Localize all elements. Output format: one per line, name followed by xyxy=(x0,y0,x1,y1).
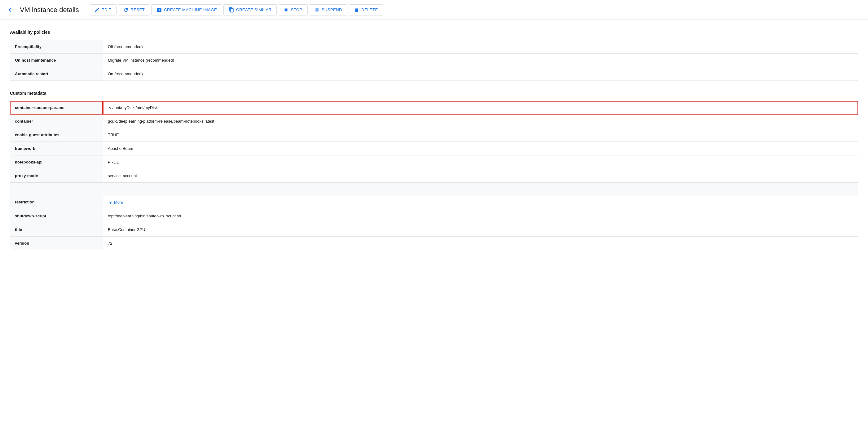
row-value: service_account xyxy=(103,169,858,183)
row-value: Base.Container.GPU xyxy=(103,223,858,237)
create-machine-image-button[interactable]: CREATE MACHINE IMAGE xyxy=(151,4,222,15)
table-row: version 72 xyxy=(10,237,858,250)
table-row-highlighted: container-custom-params -v /mnt/myDisk:/… xyxy=(10,101,858,114)
delete-button[interactable]: DELETE xyxy=(349,4,383,15)
row-key: framework xyxy=(10,142,103,156)
row-key: version xyxy=(10,237,103,250)
row-key: container-custom-params xyxy=(10,101,103,114)
availability-policies-table: Preemptibility Off (recommended) On host… xyxy=(10,40,858,81)
content-area: Availability policies Preemptibility Off… xyxy=(0,20,868,258)
table-row: container gcr.io/deeplearning-platform-r… xyxy=(10,114,858,128)
row-value: /opt/deeplearning/bin/shutdown_script.sh xyxy=(103,209,858,223)
row-value: On (recommended) xyxy=(103,67,858,81)
row-key: Automatic restart xyxy=(10,67,103,81)
stop-button[interactable]: STOP xyxy=(278,4,307,15)
row-key: shutdown-script xyxy=(10,209,103,223)
table-row: framework Apache Beam xyxy=(10,142,858,156)
reset-button[interactable]: RESET xyxy=(118,4,150,15)
spacer-row xyxy=(10,183,858,195)
table-row: notebooks-api PROD xyxy=(10,156,858,169)
row-key: restriction xyxy=(10,195,103,209)
row-value: More xyxy=(103,195,858,209)
table-row: On host maintenance Migrate VM instance … xyxy=(10,54,858,67)
row-key: proxy-mode xyxy=(10,169,103,183)
row-value: PROD xyxy=(103,156,858,169)
row-value: TRUE xyxy=(103,128,858,142)
row-key: Preemptibility xyxy=(10,40,103,54)
row-key: On host maintenance xyxy=(10,54,103,67)
page-title: VM instance details xyxy=(20,6,79,14)
table-row: proxy-mode service_account xyxy=(10,169,858,183)
more-link[interactable]: More xyxy=(108,200,853,205)
row-value: Off (recommended) xyxy=(103,40,858,54)
table-row: title Base.Container.GPU xyxy=(10,223,858,237)
availability-policies-title: Availability policies xyxy=(10,27,858,37)
row-key: title xyxy=(10,223,103,237)
row-value: Migrate VM instance (recommended) xyxy=(103,54,858,67)
toolbar: VM instance details EDIT RESET CREATE MA… xyxy=(0,0,868,20)
table-row-restriction: restriction More xyxy=(10,195,858,209)
table-row: enable-guest-attributes TRUE xyxy=(10,128,858,142)
row-value: Apache Beam xyxy=(103,142,858,156)
row-key: notebooks-api xyxy=(10,156,103,169)
row-value: gcr.io/deeplearning-platform-release/bea… xyxy=(103,114,858,128)
table-row: Automatic restart On (recommended) xyxy=(10,67,858,81)
row-key: container xyxy=(10,114,103,128)
custom-metadata-table: container-custom-params -v /mnt/myDisk:/… xyxy=(10,101,858,250)
row-key: enable-guest-attributes xyxy=(10,128,103,142)
back-button[interactable] xyxy=(7,6,15,13)
create-similar-button[interactable]: CREATE SIMILAR xyxy=(223,4,277,15)
row-value: -v /mnt/myDisk:/mnt/myDisk xyxy=(103,101,858,114)
suspend-button[interactable]: SUSPEND xyxy=(309,4,347,15)
row-value: 72 xyxy=(103,237,858,250)
table-row: shutdown-script /opt/deeplearning/bin/sh… xyxy=(10,209,858,223)
table-row: Preemptibility Off (recommended) xyxy=(10,40,858,54)
edit-button[interactable]: EDIT xyxy=(89,4,117,15)
toolbar-actions: EDIT RESET CREATE MACHINE IMAGE CREATE S… xyxy=(89,4,383,15)
custom-metadata-title: Custom metadata xyxy=(10,88,858,98)
